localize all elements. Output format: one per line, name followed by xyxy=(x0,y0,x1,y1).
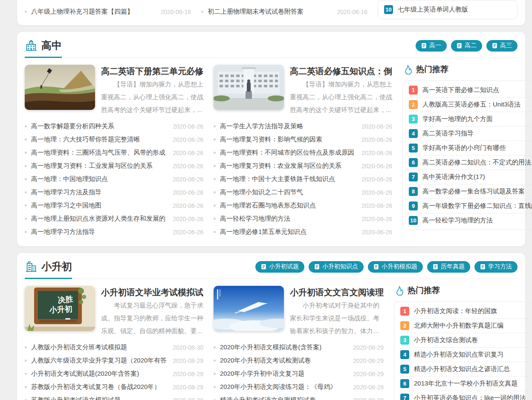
article-link[interactable]: 高一轻松学习地理的方法 xyxy=(220,215,357,223)
article-link[interactable]: 高一地理上册知识点水资源对人类生存和发展的 xyxy=(31,215,168,223)
hot-article-link[interactable]: 高一英语下册必修二知识点 xyxy=(422,86,532,94)
article-list-item[interactable]: 高一地理岩石圈与地表形态知识点 2020-06-26 xyxy=(214,199,392,212)
article-link[interactable]: 高一地理资料：不同城市的区位特点及形成原因 xyxy=(220,149,357,157)
article-list-item[interactable]: 高一地理资料：不同城市的区位特点及形成原因 2020-06-26 xyxy=(214,146,392,159)
article-list-item[interactable]: 2020年小学升初中语文复习题 2020-08-29 xyxy=(214,367,384,380)
article-link[interactable]: 高一地理学习之中国地图 xyxy=(31,201,168,210)
hot-list-item[interactable]: 4 精选小升初语文知识点常识复习 xyxy=(400,348,527,362)
hot-list-item[interactable]: 7 小升初英语必备知识点：like一词的用法 xyxy=(400,391,527,400)
hot-list-item[interactable]: 6 高二英语必修二知识点：不定式的用法 xyxy=(409,155,532,170)
article-thumbnail-blackboard[interactable]: 决胜 小升初 xyxy=(25,286,95,331)
article-list-item[interactable]: 苏教版小升初考试语文模拟试题 2020-08-28 xyxy=(25,394,203,400)
category-tag-button[interactable]: 高二 xyxy=(451,40,482,52)
article-link[interactable]: 精选小升初考试语文自测模拟试卷 xyxy=(220,396,349,400)
category-tag-button[interactable]: 小升初知识点 xyxy=(309,261,364,273)
hot-article-link[interactable]: 高一年级数学下册必修二知识点：直线的方 xyxy=(422,202,532,210)
hot-article-link[interactable]: 高一数学必修一集合练习试题及答案 xyxy=(422,187,532,196)
article-list-item[interactable]: 高一地理学习方法及指导 2020-06-26 xyxy=(25,186,203,199)
article-link[interactable]: 高一地理复习资料：工业发展与区位的关系 xyxy=(31,162,168,170)
hot-article-link[interactable]: 精选小升初语文知识点之谚语汇总 xyxy=(414,365,527,373)
article-thumbnail-sky-plane[interactable] xyxy=(214,286,284,331)
article-link[interactable]: 小升初语文考试测试题(2020年含答案) xyxy=(31,370,168,378)
category-tag-button[interactable]: 高三 xyxy=(486,40,518,52)
hot-article-link[interactable]: 小升初英语必备知识点：like一词的用法 xyxy=(414,394,527,400)
article-list-item[interactable]: 2020年小升初语文模拟试卷(含答案) 2020-08-29 xyxy=(214,341,384,354)
hot-article-link[interactable]: 高二英语必修二知识点：不定式的用法 xyxy=(422,158,532,167)
hot-article-link[interactable]: 北师大附中小升初数学真题汇编 xyxy=(414,322,527,330)
hot-article-link[interactable]: 人教版高三英语必修五：Unit3语法 xyxy=(422,101,532,109)
hot-list-item[interactable]: 3 学好高一地理的九个方面 xyxy=(409,112,532,127)
article-link[interactable]: 2020年小升初语文考试检测试卷 xyxy=(220,357,349,365)
article-list-item[interactable]: 高一数学解题要分析四种关系 2020-06-26 xyxy=(25,120,203,133)
featured-title[interactable]: 高二英语下册第三单元必修 xyxy=(101,66,203,77)
hot-article-link[interactable]: 精选小升初语文知识点常识复习 xyxy=(414,351,527,359)
article-link[interactable]: 高一地理学习方法及指导 xyxy=(31,188,168,196)
hot-article-link[interactable]: 高一轻松学习地理的方法 xyxy=(422,216,532,224)
article-link[interactable]: 高一地理复习资料：农业发展与区位的关系 xyxy=(220,162,357,170)
hot-article-link[interactable]: 小升初语文阅读：年轻的国旗 xyxy=(414,307,527,315)
article-list-item[interactable]: 八年级上物理补充习题答案【四篇】 2020-06-16 xyxy=(25,5,191,18)
article-list-item[interactable]: 高一地理：中国地理知识点 2020-06-26 xyxy=(25,173,203,186)
hot-list-item[interactable]: 9 高一年级数学下册必修二知识点：直线的方 xyxy=(409,199,532,213)
article-link[interactable]: 初二上册物理期末考试试卷附答案 xyxy=(208,8,332,16)
article-list-item[interactable]: 苏教版小升初语文考试复习卷（备战2020年） 2020-08-29 xyxy=(25,380,203,394)
category-tag-button[interactable]: 学习方法 xyxy=(474,261,518,273)
article-thumbnail-kite-landscape[interactable] xyxy=(25,65,95,110)
article-list-item[interactable]: 2020年小升初语文考试检测试卷 2020-08-29 xyxy=(214,354,384,367)
hot-list-item[interactable]: 1 小升初语文阅读：年轻的国旗 xyxy=(400,304,527,319)
article-list-item[interactable]: 高一地理资料：三圈环流与气压带、风带的形成 2020-06-26 xyxy=(25,146,203,159)
hot-list-item[interactable]: 5 精选小升初语文知识点之谚语汇总 xyxy=(400,362,527,377)
featured-title[interactable]: 小升初语文毕业考试模拟试 xyxy=(101,287,203,298)
hot-list-item[interactable]: 4 高二英语学习指导 xyxy=(409,127,532,141)
article-list-item[interactable]: 高一地理学习方法指导 2020-06-26 xyxy=(25,225,203,239)
article-list-item[interactable]: 高一地理：六大技巧帮你答题完整清晰 2020-06-26 xyxy=(25,133,203,146)
article-list-item[interactable]: 高一学生入学方法指导及策略 2020-06-26 xyxy=(214,120,392,133)
article-link[interactable]: 高一地理复习资料：影响气候的因素 xyxy=(220,135,357,144)
hot-article-link[interactable]: 高二英语学习指导 xyxy=(422,129,532,138)
article-list-item[interactable]: 高一地理复习资料：工业发展与区位的关系 2020-06-26 xyxy=(25,159,203,173)
article-list-item[interactable]: 初二上册物理期末考试试卷附答案 2020-06-16 xyxy=(201,5,367,18)
article-link[interactable]: 苏教版小升初考试语文模拟试题 xyxy=(31,396,168,400)
article-list-item[interactable]: 小升初语文考试测试题(2020年含答案) 2020-08-29 xyxy=(25,367,203,380)
article-list-item[interactable]: 2020年小升初语文阅读练习题：《母鸡》 2020-08-28 xyxy=(214,380,384,394)
hot-article-link[interactable]: 小升初语文综合测试卷 xyxy=(414,336,527,344)
article-list-item[interactable]: 高一地理必修1第五单元知识点 2020-06-26 xyxy=(214,225,392,239)
hot-list-item[interactable]: 2 北师大附中小升初数学真题汇编 xyxy=(400,319,527,333)
article-link[interactable]: 高一地理：中国十大主要铁路干线知识点 xyxy=(220,175,357,183)
article-link[interactable]: 高一地理：中国地理知识点 xyxy=(31,175,168,183)
hot-list-item[interactable]: 8 高一数学必修一集合练习试题及答案 xyxy=(409,184,532,199)
article-list-item[interactable]: 精选小升初考试语文自测模拟试卷 2020-08-28 xyxy=(214,394,384,400)
article-link[interactable]: 2020年小升初语文阅读练习题：《母鸡》 xyxy=(220,383,349,391)
hot-list-item[interactable]: 5 学好高中英语的小窍门有哪些 xyxy=(409,141,532,155)
hot-list-item[interactable]: 3 小升初语文综合测试卷 xyxy=(400,333,527,348)
article-link[interactable]: 高一地理学习方法指导 xyxy=(31,228,168,236)
article-list-item[interactable]: 高一地理复习资料：农业发展与区位的关系 2020-06-26 xyxy=(214,159,392,173)
featured-title[interactable]: 高二英语必修五知识点：倒 xyxy=(290,66,392,77)
hot-article-link[interactable]: 七年级上英语单词人教版 xyxy=(398,6,511,14)
hot-list-item[interactable]: 7 高中英语满分作文(17) xyxy=(409,170,532,184)
hot-list-item[interactable]: 10 高一轻松学习地理的方法 xyxy=(409,213,532,227)
article-link[interactable]: 八年级上物理补充习题答案【四篇】 xyxy=(31,8,156,16)
category-tag-button[interactable]: 历年真题 xyxy=(427,261,470,273)
category-tag-button[interactable]: 高一 xyxy=(416,40,447,52)
article-list-item[interactable]: 高一地理学习之中国地图 2020-06-26 xyxy=(25,199,203,212)
hot-list-item[interactable]: 6 2013年北京十一学校小升初语文真题 xyxy=(400,377,527,391)
article-list-item[interactable]: 高一地理上册知识点水资源对人类生存和发展的 2020-06-26 xyxy=(25,212,203,225)
hot-list-item[interactable]: 1 高一英语下册必修二知识点 xyxy=(409,83,532,98)
article-link[interactable]: 高一地理小知识之二十四节气 xyxy=(220,188,357,196)
article-list-item[interactable]: 高一地理：中国十大主要铁路干线知识点 2020-06-26 xyxy=(214,173,392,186)
hot-article-link[interactable]: 学好高中英语的小窍门有哪些 xyxy=(422,144,532,152)
article-link[interactable]: 高一地理必修1第五单元知识点 xyxy=(220,228,357,236)
hot-list-item[interactable]: 10 七年级上英语单词人教版 xyxy=(384,3,511,17)
featured-title[interactable]: 小升初语文文言文阅读理 xyxy=(290,287,384,298)
article-link[interactable]: 人教版小升初语文分班考试模拟题 xyxy=(31,343,168,351)
category-tag-button[interactable]: 小升初试题 xyxy=(255,261,304,273)
category-tag-button[interactable]: 小升初模拟题 xyxy=(368,261,423,273)
hot-list-item[interactable]: 2 人教版高三英语必修五：Unit3语法 xyxy=(409,98,532,112)
article-thumbnail-campus-statue[interactable] xyxy=(214,65,284,110)
article-link[interactable]: 2020年小学升初中语文复习题 xyxy=(220,370,349,378)
article-list-item[interactable]: 高一地理复习资料：影响气候的因素 2020-06-26 xyxy=(214,133,392,146)
article-list-item[interactable]: 人教版小升初语文分班考试模拟题 2020-08-30 xyxy=(25,341,203,354)
article-link[interactable]: 高一数学解题要分析四种关系 xyxy=(31,122,168,130)
article-link[interactable]: 高一学生入学方法指导及策略 xyxy=(220,122,357,130)
